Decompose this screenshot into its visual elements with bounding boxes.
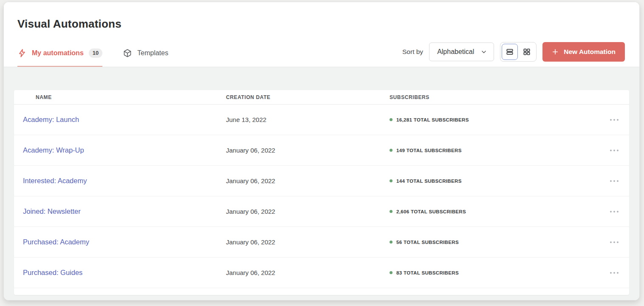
content-area: NAME CREATION DATE SUBSCRIBERS Academy: … [4, 67, 639, 300]
header-controls: Sort by Alphabetical [402, 42, 625, 62]
status-dot-icon [390, 118, 393, 121]
list-view-icon [506, 48, 514, 56]
automation-name-link[interactable]: Purchased: Guides [23, 269, 82, 277]
new-automation-button[interactable]: New Automation [542, 42, 625, 62]
table-row: Academy: Wrap-Up January 06, 2022 149 TO… [14, 135, 629, 166]
subscribers-cell: 149 TOTAL SUBSCRIBERS [385, 148, 599, 153]
column-header-name: NAME [14, 94, 226, 100]
sort-dropdown[interactable]: Alphabetical [429, 42, 494, 61]
status-dot-icon [390, 241, 393, 244]
tab-my-automations-label: My automations [32, 49, 84, 57]
subscribers-cell: 56 TOTAL SUBSCRIBERS [385, 240, 599, 245]
subscribers-count: 16,281 TOTAL SUBSCRIBERS [396, 117, 469, 122]
new-automation-label: New Automation [564, 48, 616, 56]
automation-name-link[interactable]: Academy: Launch [23, 116, 79, 124]
subscribers-cell: 144 TOTAL SUBSCRIBERS [385, 178, 599, 184]
tab-my-automations[interactable]: My automations 10 [17, 48, 102, 67]
tab-templates-label: Templates [137, 49, 168, 57]
creation-date-cell: June 13, 2022 [226, 116, 385, 123]
grid-view-icon [523, 48, 531, 56]
row-menu-button[interactable] [607, 115, 621, 125]
automation-name-link[interactable]: Academy: Wrap-Up [23, 146, 84, 154]
column-header-subscribers: SUBSCRIBERS [385, 94, 599, 100]
table-row: Interested: Academy January 06, 2022 144… [14, 166, 629, 196]
creation-date-cell: January 06, 2022 [226, 208, 385, 215]
chevron-down-icon [481, 49, 487, 55]
creation-date-cell: January 06, 2022 [226, 177, 385, 184]
row-menu-button[interactable] [607, 207, 621, 217]
list-view-button[interactable] [502, 44, 518, 60]
automation-count-badge: 10 [89, 48, 102, 58]
status-dot-icon [390, 271, 393, 274]
lightning-bolt-icon [17, 48, 27, 58]
subscribers-count: 56 TOTAL SUBSCRIBERS [396, 240, 459, 245]
app-window: Visual Automations My automations 10 [3, 2, 640, 300]
creation-date-cell: January 06, 2022 [226, 269, 385, 276]
table-row: Academy: Launch June 13, 2022 16,281 TOT… [14, 105, 629, 135]
table-row: Purchased: Guides January 06, 2022 83 TO… [14, 258, 629, 288]
status-dot-icon [390, 149, 393, 152]
automations-table: NAME CREATION DATE SUBSCRIBERS Academy: … [14, 90, 629, 295]
automation-name-link[interactable]: Interested: Academy [23, 177, 87, 185]
subscribers-cell: 16,281 TOTAL SUBSCRIBERS [385, 117, 599, 122]
table-row: Joined: Newsletter January 06, 2022 2,60… [14, 196, 629, 227]
table-row: Purchased: Academy January 06, 2022 56 T… [14, 227, 629, 258]
tab-templates[interactable]: Templates [123, 48, 168, 67]
plus-icon [552, 48, 559, 55]
subscribers-count: 83 TOTAL SUBSCRIBERS [396, 270, 459, 275]
automation-name-link[interactable]: Purchased: Academy [23, 238, 89, 246]
subscribers-cell: 2,606 TOTAL SUBSCRIBERS [385, 209, 599, 214]
view-toggle-group [500, 42, 537, 62]
subscribers-count: 144 TOTAL SUBSCRIBERS [396, 178, 462, 184]
subscribers-count: 2,606 TOTAL SUBSCRIBERS [396, 209, 466, 214]
subscribers-count: 149 TOTAL SUBSCRIBERS [396, 148, 462, 153]
subscribers-cell: 83 TOTAL SUBSCRIBERS [385, 270, 599, 275]
page-title: Visual Automations [17, 17, 625, 31]
row-menu-button[interactable] [607, 176, 621, 186]
table-header-row: NAME CREATION DATE SUBSCRIBERS [14, 90, 629, 105]
creation-date-cell: January 06, 2022 [226, 147, 385, 154]
sort-dropdown-value: Alphabetical [437, 48, 474, 56]
row-menu-button[interactable] [607, 237, 621, 247]
page-header: Visual Automations My automations 10 [4, 2, 639, 67]
automation-name-link[interactable]: Joined: Newsletter [23, 207, 81, 215]
creation-date-cell: January 06, 2022 [226, 238, 385, 246]
sort-by-label: Sort by [402, 48, 423, 56]
status-dot-icon [390, 179, 393, 182]
cube-icon [123, 48, 132, 58]
grid-view-button[interactable] [519, 44, 535, 60]
row-menu-button[interactable] [607, 268, 621, 278]
row-menu-button[interactable] [607, 145, 621, 156]
status-dot-icon [390, 210, 393, 213]
column-header-creation-date: CREATION DATE [226, 94, 385, 100]
